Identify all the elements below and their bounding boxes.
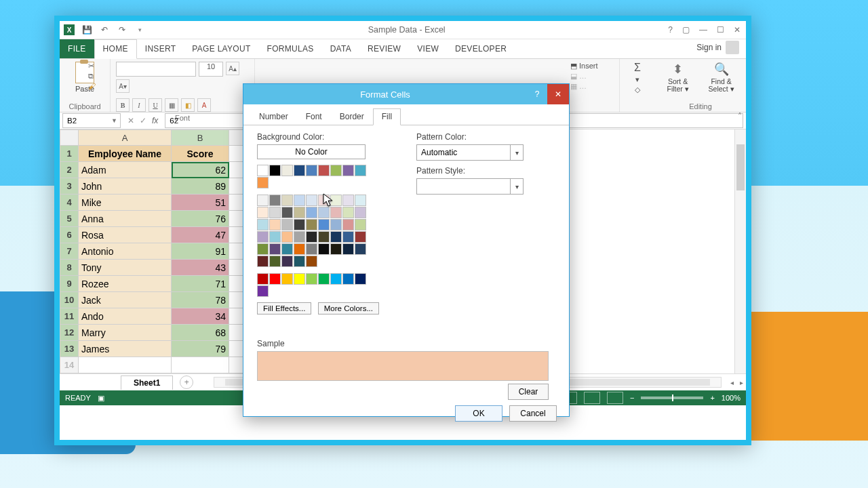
color-swatch[interactable] <box>318 219 330 230</box>
border-button[interactable]: ▦ <box>165 98 178 112</box>
cell-name[interactable]: Rosa <box>79 227 172 243</box>
color-swatch[interactable] <box>281 195 293 206</box>
cell-name[interactable]: Rozee <box>79 276 172 292</box>
color-swatch[interactable] <box>306 243 317 255</box>
font-color-button[interactable]: A <box>197 98 211 112</box>
color-swatch[interactable] <box>257 256 269 267</box>
zoom-slider[interactable] <box>641 396 703 399</box>
undo-icon[interactable]: ↶ <box>99 24 110 35</box>
cell-score[interactable]: 51 <box>172 195 229 211</box>
color-swatch[interactable] <box>342 165 354 176</box>
fill-color-button[interactable]: ◧ <box>181 98 195 112</box>
clear-button[interactable]: Clear <box>508 384 549 400</box>
tab-review[interactable]: REVIEW <box>359 40 409 58</box>
pattern-style-combo[interactable]: ▾ <box>416 178 524 195</box>
dialog-tab-fill[interactable]: Fill <box>373 108 401 125</box>
color-swatch[interactable] <box>306 231 317 243</box>
color-swatch[interactable] <box>294 273 305 285</box>
redo-icon[interactable]: ↷ <box>117 24 127 35</box>
color-swatch[interactable] <box>269 219 281 230</box>
dialog-help-icon[interactable]: ? <box>527 89 547 99</box>
dialog-close-button[interactable]: ✕ <box>547 84 569 104</box>
color-swatch[interactable] <box>257 231 269 243</box>
cell-name[interactable]: Anna <box>79 211 172 227</box>
select-all-corner[interactable] <box>60 130 79 146</box>
row-header[interactable]: 8 <box>60 260 79 276</box>
color-swatch[interactable] <box>342 195 354 206</box>
font-size-combo[interactable]: 10 <box>199 62 223 77</box>
tab-formulas[interactable]: FORMULAS <box>259 40 322 58</box>
format-cells-button[interactable]: ▦ … <box>570 82 587 91</box>
sort-filter-button[interactable]: ⬍ Sort & Filter ▾ <box>660 62 695 93</box>
color-swatch[interactable] <box>269 273 281 285</box>
row-header[interactable]: 10 <box>60 292 79 308</box>
vertical-scrollbar[interactable] <box>734 129 746 373</box>
table-header-cell[interactable]: Employee Name <box>79 146 172 162</box>
ok-button[interactable]: OK <box>455 405 502 422</box>
color-swatch[interactable] <box>355 219 366 230</box>
color-swatch[interactable] <box>281 256 293 267</box>
view-page-layout-button[interactable] <box>584 392 600 404</box>
cut-icon[interactable]: ✂ <box>88 62 96 70</box>
macro-record-icon[interactable]: ▣ <box>98 394 104 403</box>
cell-name[interactable]: John <box>79 178 172 195</box>
color-swatch[interactable] <box>342 219 354 230</box>
tab-view[interactable]: VIEW <box>409 40 447 58</box>
color-swatch[interactable] <box>281 165 293 176</box>
color-swatch[interactable] <box>342 243 354 255</box>
color-swatch[interactable] <box>355 195 366 206</box>
cell-name[interactable]: Ando <box>79 308 172 325</box>
color-swatch[interactable] <box>269 231 281 243</box>
color-swatch[interactable] <box>294 256 305 267</box>
tab-page-layout[interactable]: PAGE LAYOUT <box>184 40 258 58</box>
color-swatch[interactable] <box>257 177 269 188</box>
cancel-button[interactable]: Cancel <box>509 405 557 422</box>
color-swatch[interactable] <box>294 231 305 243</box>
row-header[interactable]: 5 <box>60 211 79 227</box>
cancel-fx-icon[interactable]: ✕ <box>127 116 134 125</box>
tab-file[interactable]: FILE <box>60 39 94 58</box>
color-swatch[interactable] <box>318 165 330 176</box>
dialog-title-bar[interactable]: Format Cells ? ✕ <box>243 84 569 104</box>
sheet-tab[interactable]: Sheet1 <box>121 375 173 390</box>
color-swatch[interactable] <box>257 165 269 176</box>
scroll-left-icon[interactable]: ◂ <box>727 378 736 387</box>
color-swatch[interactable] <box>257 195 269 206</box>
ribbon-display-icon[interactable]: ▢ <box>682 25 690 35</box>
color-swatch[interactable] <box>269 165 281 176</box>
delete-cells-button[interactable]: ⬓ … <box>570 72 587 81</box>
row-header[interactable]: 4 <box>60 195 79 211</box>
format-painter-icon[interactable]: 🖌 <box>88 82 96 90</box>
cell-score[interactable]: 68 <box>172 325 229 341</box>
minimize-icon[interactable]: — <box>699 25 707 35</box>
cell-score[interactable]: 71 <box>172 276 229 292</box>
row-header[interactable]: 3 <box>60 178 79 195</box>
color-swatch[interactable] <box>257 243 269 255</box>
color-swatch[interactable] <box>269 256 281 267</box>
color-swatch[interactable] <box>281 273 293 285</box>
sign-in-link[interactable]: Sign in <box>690 37 746 58</box>
color-swatch[interactable] <box>342 273 354 285</box>
color-swatch[interactable] <box>269 195 281 206</box>
color-swatch[interactable] <box>330 273 342 285</box>
tab-developer[interactable]: DEVELOPER <box>447 40 515 58</box>
color-swatch[interactable] <box>355 273 366 285</box>
row-header[interactable]: 7 <box>60 243 79 260</box>
fill-down-icon[interactable]: ▾ <box>635 75 639 84</box>
add-sheet-button[interactable]: + <box>180 375 193 389</box>
dialog-tab-font[interactable]: Font <box>297 108 331 125</box>
zoom-out-icon[interactable]: − <box>630 394 634 402</box>
dialog-tab-number[interactable]: Number <box>250 108 297 125</box>
color-swatch[interactable] <box>306 165 317 176</box>
font-family-combo[interactable] <box>116 62 196 77</box>
row-header[interactable]: 2 <box>60 162 79 178</box>
row-header[interactable]: 13 <box>60 341 79 357</box>
grow-font-button[interactable]: A▴ <box>226 62 239 75</box>
underline-button[interactable]: U <box>149 98 162 112</box>
color-swatch[interactable] <box>257 273 269 285</box>
cell-name[interactable]: Antonio <box>79 243 172 260</box>
color-swatch[interactable] <box>330 165 342 176</box>
cell-name[interactable]: Adam <box>79 162 172 178</box>
cell-name[interactable]: Jack <box>79 292 172 308</box>
cell-score[interactable]: 43 <box>172 260 229 276</box>
